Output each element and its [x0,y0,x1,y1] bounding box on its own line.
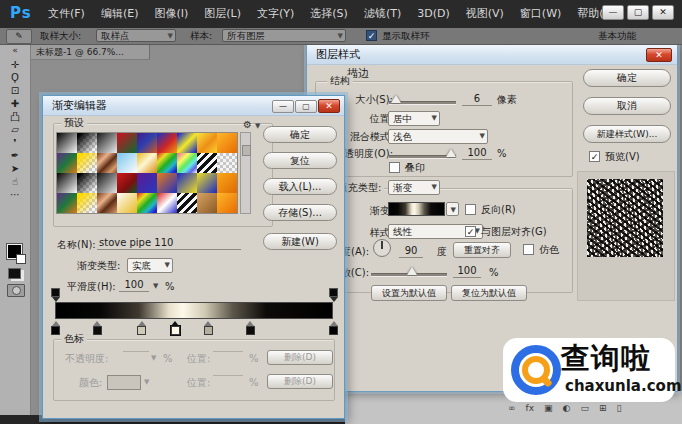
maximize-icon[interactable]: ▢ [295,100,317,113]
gradient-ok-button[interactable]: 确定 [263,126,337,143]
scale-slider-thumb[interactable] [407,267,417,275]
eraser-tool-icon[interactable]: ▱ [0,123,30,136]
crop-tool-icon[interactable]: ⊡ [0,84,30,97]
set-default-button[interactable]: 设置为默认值 [371,285,447,301]
gradient-preset-swatch[interactable] [197,153,217,173]
gradient-preset-swatch[interactable] [217,173,237,193]
gradient-preset-swatch[interactable] [137,133,157,153]
opacity-slider-thumb[interactable] [446,149,456,157]
gradient-preset-swatch[interactable] [117,173,137,193]
color-stop[interactable] [51,321,60,335]
more-tools-icon[interactable]: ⋯ [0,188,30,201]
gradient-preset-swatch[interactable] [97,193,117,213]
gradient-preset-swatch[interactable] [57,153,77,173]
default-colors-icon[interactable] [8,268,21,279]
gradient-preset-swatch[interactable] [177,153,197,173]
delete-opacity-stop-button[interactable]: 删除(D) [267,350,333,365]
minimize-button[interactable]: — [602,5,624,20]
clone-stamp-tool-icon[interactable]: 凸 [0,110,30,123]
eyedropper-icon[interactable]: ✎ [6,29,32,44]
gradient-swatch[interactable] [388,202,445,216]
angle-value-field[interactable]: 90 [399,245,423,258]
maximize-button[interactable]: ▢ [627,5,649,20]
reset-default-button[interactable]: 复位为默认值 [451,285,527,301]
workspace-switcher[interactable]: 基本功能 [598,30,636,43]
show-ring-checkbox[interactable] [366,30,377,41]
menu-item[interactable]: 图像(I) [146,0,196,28]
layer-effects-icon[interactable]: fx [526,403,535,413]
blend-mode-select[interactable]: 浅色▼ [388,129,488,144]
menu-item[interactable]: 3D(D) [409,0,458,28]
pen-tool-icon[interactable]: ✒ [0,149,30,162]
gradient-preset-swatch[interactable] [157,173,177,193]
gradient-preset-swatch[interactable] [217,193,237,213]
color-stop[interactable] [204,321,213,335]
gradient-picker-button[interactable]: ▼ [446,202,459,216]
gradient-preset-swatch[interactable] [117,193,137,213]
gradient-preset-swatch[interactable] [137,173,157,193]
gradient-preset-swatch[interactable] [157,133,177,153]
opacity-value-field[interactable]: 100 [462,147,492,160]
gradient-preset-swatch[interactable] [197,133,217,153]
gradient-preset-swatch[interactable] [77,173,97,193]
gradient-preset-swatch[interactable] [57,173,77,193]
menu-item[interactable]: 窗口(W) [512,0,569,28]
overprint-checkbox[interactable] [389,162,400,173]
fill-type-select[interactable]: 渐变▼ [388,180,440,195]
name-field[interactable]: stove pipe 110 [97,237,241,250]
gradient-preset-swatch[interactable] [117,133,137,153]
minimize-icon[interactable]: — [272,100,294,113]
path-select-tool-icon[interactable]: ➤ [0,162,30,175]
gradient-preset-swatch[interactable] [177,193,197,213]
gradient-type-select[interactable]: 实底▼ [127,258,173,273]
gradient-load-button[interactable]: 载入(L)... [263,178,337,195]
link-layers-icon[interactable]: ∞ [508,403,516,413]
dither-checkbox[interactable] [523,244,534,255]
menu-item[interactable]: 视图(V) [458,0,512,28]
cancel-button[interactable]: 取消 [583,97,671,115]
layer-style-titlebar[interactable]: 图层样式 [307,45,677,65]
gradient-preset-swatch[interactable] [97,133,117,153]
gradient-save-button[interactable]: 存储(S)... [263,204,337,221]
background-color-swatch[interactable] [16,254,26,264]
opacity-stop[interactable] [51,288,60,302]
gradient-preset-swatch[interactable] [57,133,77,153]
close-button[interactable]: ✕ [652,5,674,20]
move-tool-icon[interactable]: ✛ [0,58,30,71]
hand-tool-icon[interactable]: ☝ [0,175,30,188]
menu-item[interactable]: 文字(Y) [249,0,302,28]
presets-scrollbar[interactable] [240,132,251,214]
menu-item[interactable]: 选择(S) [302,0,356,28]
close-icon[interactable]: ✕ [646,48,672,62]
color-stop[interactable] [329,321,338,335]
sample-select[interactable]: 所有图层▼ [222,29,346,42]
layer-group-icon[interactable]: ▭ [580,403,589,413]
gradient-preset-swatch[interactable] [97,173,117,193]
gradient-preset-swatch[interactable] [117,153,137,173]
scrollbar-thumb[interactable] [242,145,251,156]
reset-align-button[interactable]: 重置对齐 [453,242,511,258]
gradient-preset-swatch[interactable] [77,193,97,213]
healing-brush-tool-icon[interactable]: ✚ [0,97,30,110]
gradient-preset-swatch[interactable] [77,133,97,153]
scale-value-field[interactable]: 100 [453,265,481,278]
gear-icon[interactable]: ⚙ [243,119,252,130]
collapse-tools-icon[interactable]: « [0,44,30,56]
gradient-preset-swatch[interactable] [97,153,117,173]
sample-size-select[interactable]: 取样点▼ [96,29,176,42]
delete-color-stop-button[interactable]: 删除(D) [267,374,333,389]
gradient-preset-swatch[interactable] [157,153,177,173]
layer-mask-icon[interactable]: ▣ [544,403,553,413]
adjustment-layer-icon[interactable]: ◐ [563,403,571,413]
color-stop[interactable] [171,321,180,335]
color-stop[interactable] [93,321,102,335]
position-select[interactable]: 居中▼ [388,111,440,126]
align-layer-checkbox[interactable] [465,226,476,237]
ok-button[interactable]: 确定 [583,69,671,87]
document-tab[interactable]: 未标题-1 @ 66.7%... [30,44,150,60]
delete-layer-icon[interactable]: ▯ [616,403,621,413]
gradient-preset-swatch[interactable] [157,193,177,213]
gradient-reset-button[interactable]: 复位 [263,152,337,169]
color-stop[interactable] [137,321,146,335]
angle-dial[interactable] [373,239,391,257]
